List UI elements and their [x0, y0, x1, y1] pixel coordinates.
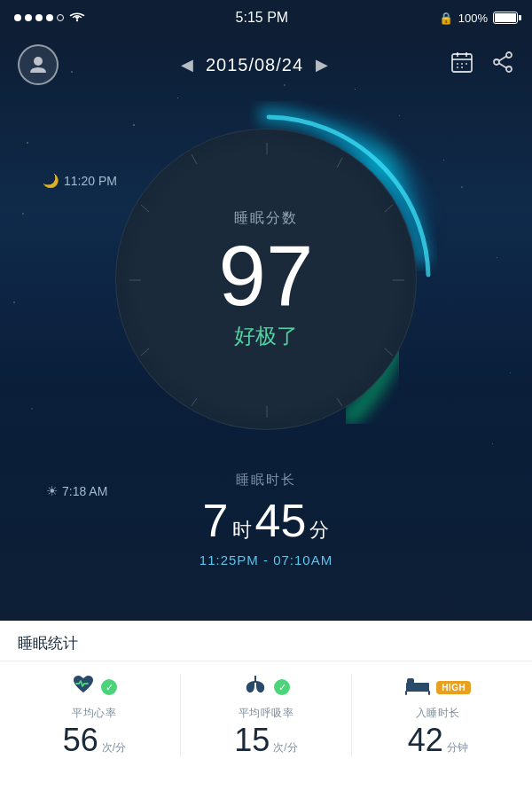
breathing-rate-check: ✓ — [274, 679, 290, 695]
share-icon[interactable] — [491, 51, 514, 79]
heart-rate-icon-row: ✓ — [71, 674, 117, 700]
heart-rate-value-row: 56 次/分 — [63, 724, 126, 756]
svg-line-23 — [192, 398, 197, 406]
heart-rate-value: 56 — [63, 724, 98, 756]
sleep-onset-stat: HIGH 入睡时长 42 分钟 — [352, 674, 523, 756]
main-area: ◀ 2015/08/24 ▶ — [0, 35, 532, 621]
sleep-onset-value-row: 42 分钟 — [408, 724, 468, 756]
svg-line-27 — [192, 154, 197, 164]
header-nav: ◀ 2015/08/24 ▶ — [0, 35, 532, 94]
current-date: 2015/08/24 — [206, 55, 303, 75]
calendar-icon[interactable] — [450, 51, 473, 79]
header-icons — [450, 51, 514, 79]
moon-icon: 🌙 — [43, 173, 59, 189]
sleep-start-label: 🌙 11:20 PM — [43, 173, 117, 189]
sleep-start-time: 11:20 PM — [64, 174, 117, 188]
status-time: 5:15 PM — [236, 10, 289, 26]
svg-line-18 — [385, 205, 393, 212]
breathing-rate-value: 15 — [234, 724, 270, 756]
breathing-rate-icon-row: ✓ — [242, 674, 290, 700]
breathing-rate-value-row: 15 次/分 — [234, 724, 297, 756]
heart-rate-stat: ✓ 平均心率 56 次/分 — [9, 674, 181, 756]
prev-date-button[interactable]: ◀ — [181, 55, 193, 74]
duration-minutes: 45 — [255, 494, 307, 547]
lungs-icon — [242, 674, 269, 700]
bed-icon — [404, 674, 431, 700]
svg-line-24 — [141, 348, 149, 356]
duration-hours: 7 — [203, 494, 229, 547]
breathing-rate-stat: ✓ 平均呼吸率 15 次/分 — [181, 674, 353, 756]
dot1 — [14, 14, 21, 21]
dot2 — [25, 14, 32, 21]
svg-line-14 — [499, 57, 506, 61]
svg-point-0 — [76, 20, 78, 21]
heart-icon — [71, 674, 96, 700]
duration-label: 睡眠时长 — [0, 472, 532, 489]
breathing-rate-name: 平均呼吸率 — [239, 706, 294, 721]
duration-hours-unit: 时 — [232, 517, 252, 544]
sleep-clock: 睡眠分数 97 好极了 — [115, 129, 417, 430]
sleep-onset-icon-row: HIGH — [404, 674, 471, 700]
svg-line-17 — [337, 158, 342, 168]
signal-dots — [14, 14, 64, 21]
avatar[interactable] — [18, 44, 59, 85]
status-right: 🔒 100% — [439, 12, 518, 25]
svg-point-1 — [34, 57, 43, 66]
high-badge: HIGH — [436, 681, 471, 694]
status-left — [14, 10, 85, 26]
lock-icon: 🔒 — [439, 12, 453, 25]
heart-rate-unit: 次/分 — [102, 740, 126, 755]
svg-rect-30 — [406, 688, 429, 692]
date-navigation: ◀ 2015/08/24 ▶ — [181, 55, 328, 75]
svg-line-26 — [141, 205, 149, 212]
sleep-onset-name: 入睡时长 — [416, 706, 460, 721]
svg-point-13 — [506, 66, 512, 72]
dot5 — [57, 14, 64, 21]
svg-line-21 — [337, 398, 342, 406]
duration-range: 11:25PM - 07:10AM — [0, 552, 532, 567]
heart-rate-name: 平均心率 — [72, 706, 116, 721]
breathing-rate-unit: 次/分 — [273, 740, 297, 755]
wifi-icon — [69, 10, 85, 26]
sleep-onset-value: 42 — [408, 724, 443, 756]
duration-section: 睡眠时长 7 时 45 分 11:25PM - 07:10AM — [0, 472, 532, 567]
stats-section: 睡眠统计 ✓ 平均心率 56 次/分 — [0, 621, 532, 798]
stats-grid: ✓ 平均心率 56 次/分 ✓ 平均呼吸率 — [0, 661, 532, 756]
svg-line-15 — [499, 64, 506, 68]
status-bar: 5:15 PM 🔒 100% — [0, 0, 532, 35]
battery-icon — [493, 12, 518, 24]
svg-point-11 — [506, 52, 512, 58]
svg-line-20 — [385, 348, 393, 356]
heart-rate-check: ✓ — [101, 679, 117, 695]
battery-text: 100% — [458, 12, 488, 25]
duration-time-display: 7 时 45 分 — [0, 494, 532, 547]
svg-rect-2 — [452, 54, 472, 72]
duration-minutes-unit: 分 — [309, 517, 329, 544]
sleep-onset-unit: 分钟 — [447, 740, 468, 755]
clock-face: 睡眠分数 97 好极了 — [115, 129, 417, 430]
tick-marks — [116, 129, 418, 431]
battery-fill — [495, 13, 516, 22]
svg-rect-31 — [407, 678, 414, 685]
svg-point-12 — [494, 59, 499, 65]
stats-title: 睡眠统计 — [0, 621, 532, 661]
dot4 — [46, 14, 53, 21]
next-date-button[interactable]: ▶ — [316, 55, 328, 74]
dot3 — [35, 14, 43, 21]
